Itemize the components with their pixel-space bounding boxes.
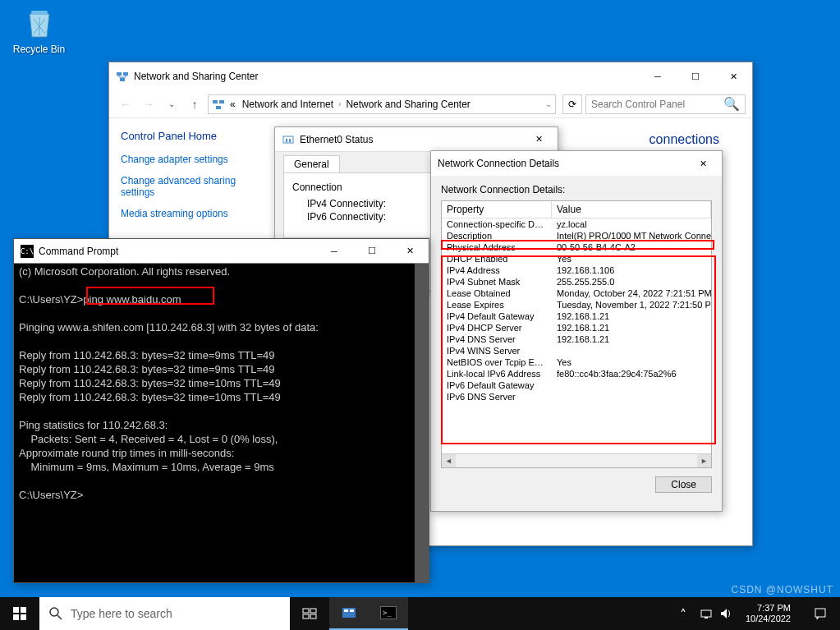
svg-rect-0	[31, 11, 48, 15]
value-cell: Intel(R) PRO/1000 MT Network Connectio	[552, 230, 711, 241]
value-cell: 192.168.1.21	[552, 333, 711, 345]
value-cell: yz.local	[552, 218, 711, 230]
breadcrumb[interactable]: « Network and Internet › Network and Sha…	[208, 94, 556, 114]
table-row[interactable]: DescriptionIntel(R) PRO/1000 MT Network …	[442, 230, 711, 241]
svg-line-15	[57, 615, 62, 619]
horizontal-scrollbar[interactable]: ◄ ►	[442, 453, 711, 467]
table-row[interactable]: IPv4 Address192.168.1.106	[442, 264, 711, 276]
terminal-output[interactable]: (c) Microsoft Corporation. All rights re…	[14, 264, 429, 582]
search-placeholder: Type here to search	[71, 607, 172, 620]
svg-rect-16	[303, 609, 309, 613]
cp-titlebar[interactable]: Network and Sharing Center ─ ☐ ✕	[109, 62, 752, 90]
scroll-right-icon[interactable]: ►	[697, 454, 711, 468]
col-property-header[interactable]: Property	[442, 201, 552, 218]
property-cell: IPv6 Default Gateway	[442, 379, 552, 391]
taskbar-search[interactable]: Type here to search	[39, 597, 290, 630]
start-button[interactable]	[0, 597, 39, 630]
nav-back-button[interactable]: ←	[116, 94, 135, 114]
cp-minimize-button[interactable]: ─	[639, 64, 677, 89]
svg-rect-11	[21, 607, 26, 613]
desktop-recycle-bin[interactable]: Recycle Bin	[8, 4, 70, 55]
nav-forward-button[interactable]: →	[139, 94, 158, 114]
sidebar-link-advanced-sharing[interactable]: Change advanced sharing settings	[121, 175, 262, 198]
table-row[interactable]: Physical Address00-50-56-B4-4C-A2	[442, 241, 711, 253]
nav-up-button[interactable]: ↑	[185, 94, 204, 114]
clock-time: 7:37 PM	[746, 603, 791, 614]
svg-rect-20	[342, 608, 356, 618]
svg-rect-3	[120, 78, 125, 81]
tab-general[interactable]: General	[283, 155, 340, 172]
svg-rect-23	[701, 610, 711, 617]
cp-search-box[interactable]: 🔍	[585, 94, 746, 114]
eth-titlebar[interactable]: Ethernet0 Status ✕	[275, 127, 558, 152]
table-row[interactable]: Lease ObtainedMonday, October 24, 2022 7…	[442, 287, 711, 299]
action-center-button[interactable]	[804, 597, 837, 630]
recycle-bin-icon	[20, 4, 59, 44]
value-cell	[552, 345, 711, 356]
table-row[interactable]: DHCP EnabledYes	[442, 253, 711, 264]
table-row[interactable]: Lease ExpiresTuesday, November 1, 2022 7…	[442, 299, 711, 310]
value-cell: 192.168.1.21	[552, 322, 711, 333]
task-view-button[interactable]	[290, 597, 329, 630]
taskbar-app-control-panel[interactable]	[329, 597, 369, 630]
refresh-button[interactable]: ⟳	[562, 94, 582, 114]
value-cell: 255.255.255.0	[552, 276, 711, 287]
table-row[interactable]: Connection-specific DN...yz.local	[442, 218, 711, 230]
property-cell: Lease Expires	[442, 299, 552, 310]
sidebar-link-adapter[interactable]: Change adapter settings	[121, 154, 262, 165]
table-row[interactable]: IPv4 DNS Server192.168.1.21	[442, 333, 711, 345]
sidebar-link-media-streaming[interactable]: Media streaming options	[121, 208, 262, 219]
eth-close-button[interactable]: ✕	[520, 127, 558, 152]
det-titlebar[interactable]: Network Connection Details ✕	[431, 151, 722, 176]
cmd-vertical-scrollbar[interactable]	[415, 264, 429, 582]
cp-search-input[interactable]	[591, 99, 723, 110]
svg-rect-18	[303, 614, 309, 619]
nav-recent-button[interactable]: ⌄	[162, 94, 181, 114]
watermark-text: CSDN @NOWSHUT	[731, 584, 833, 596]
taskbar-clock[interactable]: 7:37 PM 10/24/2022	[739, 603, 797, 624]
det-close-x-button[interactable]: ✕	[684, 151, 722, 176]
taskbar-app-cmd[interactable]: >_	[369, 597, 408, 630]
svg-rect-19	[310, 614, 316, 619]
cp-home-link[interactable]: Control Panel Home	[121, 130, 262, 142]
cp-maximize-button[interactable]: ☐	[677, 64, 714, 89]
table-row[interactable]: IPv4 DHCP Server192.168.1.21	[442, 322, 711, 333]
breadcrumb-item[interactable]: Network and Sharing Center	[344, 99, 471, 110]
table-row[interactable]: IPv6 DNS Server	[442, 391, 711, 402]
table-row[interactable]: IPv4 Default Gateway192.168.1.21	[442, 310, 711, 322]
tray-expand-icon[interactable]: ˄	[680, 607, 693, 620]
cmd-minimize-button[interactable]: ─	[315, 239, 353, 264]
det-close-button[interactable]: Close	[655, 476, 712, 493]
network-tray-icon[interactable]	[700, 607, 713, 620]
cmd-close-button[interactable]: ✕	[391, 239, 429, 264]
cmd-titlebar[interactable]: C:\ Command Prompt ─ ☐ ✕	[14, 239, 429, 264]
value-cell: 192.168.1.21	[552, 310, 711, 322]
table-row[interactable]: IPv4 Subnet Mask255.255.255.0	[442, 276, 711, 287]
property-cell: IPv4 DNS Server	[442, 333, 552, 345]
chevron-down-icon[interactable]: ⌄	[545, 99, 552, 108]
svg-rect-2	[123, 72, 128, 76]
property-cell: IPv4 Address	[442, 264, 552, 276]
col-value-header[interactable]: Value	[552, 201, 711, 218]
property-cell: Lease Obtained	[442, 287, 552, 299]
search-icon: 🔍	[723, 96, 740, 112]
scroll-left-icon[interactable]: ◄	[442, 454, 456, 468]
det-title: Network Connection Details	[438, 158, 559, 169]
cp-close-button[interactable]: ✕	[714, 64, 752, 89]
system-tray: ˄ 7:37 PM 10/24/2022	[677, 597, 840, 630]
cmd-maximize-button[interactable]: ☐	[353, 239, 391, 264]
table-row[interactable]: Link-local IPv6 Addressfe80::cc4b:3faa:2…	[442, 368, 711, 379]
volume-icon[interactable]	[719, 607, 732, 620]
value-cell: Monday, October 24, 2022 7:21:51 PM	[552, 287, 711, 299]
table-row[interactable]: IPv6 Default Gateway	[442, 379, 711, 391]
table-row[interactable]: NetBIOS over Tcpip En...Yes	[442, 356, 711, 368]
table-row[interactable]: IPv4 WINS Server	[442, 345, 711, 356]
breadcrumb-item[interactable]: Network and Internet	[241, 99, 335, 110]
svg-rect-4	[213, 100, 218, 103]
property-cell: Link-local IPv6 Address	[442, 368, 552, 379]
property-cell: IPv6 DNS Server	[442, 391, 552, 402]
breadcrumb-prefix: «	[228, 99, 237, 110]
details-table: Property Value Connection-specific DN...…	[441, 200, 712, 468]
svg-rect-6	[216, 106, 221, 109]
cmd-title: Command Prompt	[39, 246, 118, 257]
